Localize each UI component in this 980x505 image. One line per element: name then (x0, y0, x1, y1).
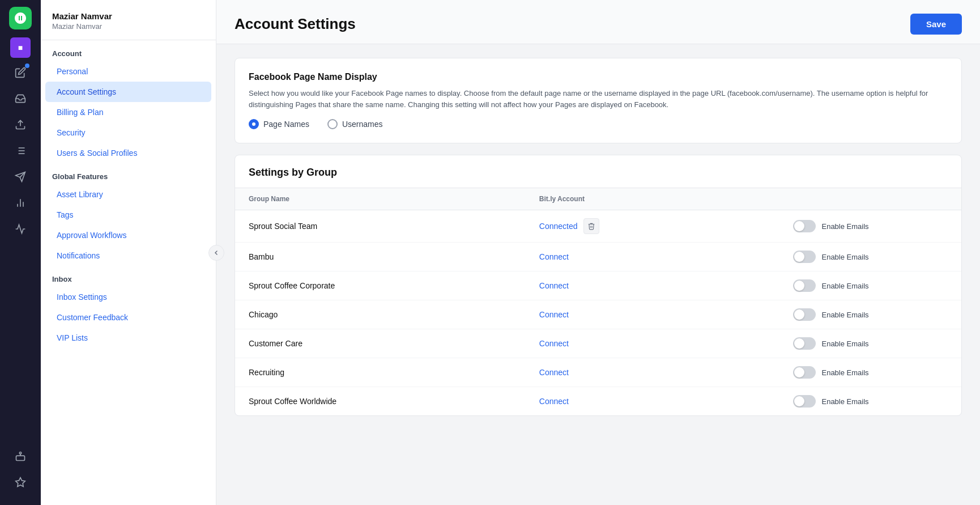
toggle-group: Enable Emails (793, 279, 948, 292)
enable-emails-toggle[interactable] (793, 251, 816, 263)
sidebar-item-asset-library[interactable]: Asset Library (45, 184, 211, 205)
bitly-cell: Connect (526, 300, 780, 329)
sidebar-user: Maziar Namvar Maziar Namvar (41, 0, 216, 40)
enable-emails-label: Enable Emails (821, 397, 868, 406)
radio-option-page-names[interactable]: Page Names (249, 119, 309, 129)
connect-link[interactable]: Connect (539, 397, 569, 406)
sidebar-item-customer-feedback[interactable]: Customer Feedback (45, 307, 211, 328)
sidebar-wrapper: Maziar Namvar Maziar Namvar Account Pers… (41, 0, 216, 505)
page-title: Account Settings (235, 15, 356, 33)
settings-by-group-card: Settings by Group Group Name Bit.ly Acco… (235, 155, 962, 416)
connect-link[interactable]: Connect (539, 252, 569, 261)
facebook-name-card: Facebook Page Name Display Select how yo… (235, 58, 962, 143)
table-row: Sprout Coffee Worldwide Connect Enable E… (235, 387, 961, 416)
nav-icon-favorites[interactable] (9, 471, 32, 494)
nav-icon-compose[interactable] (9, 61, 32, 84)
nav-icon-analytics[interactable] (9, 192, 32, 214)
icon-bar: ■ (0, 0, 41, 505)
save-button[interactable]: Save (910, 14, 962, 35)
toggle-group: Enable Emails (793, 251, 948, 263)
connect-link[interactable]: Connect (539, 368, 569, 377)
sidebar-item-users-social-profiles[interactable]: Users & Social Profiles (45, 143, 211, 163)
enable-emails-label: Enable Emails (821, 253, 868, 261)
bitly-cell: Connect (526, 329, 780, 358)
main-header: Account Settings Save (216, 0, 980, 44)
icon-bar-top: ■ (9, 7, 32, 440)
enable-emails-label: Enable Emails (821, 340, 868, 348)
bitly-cell: Connect (526, 271, 780, 300)
sidebar-item-inbox-settings[interactable]: Inbox Settings (45, 287, 211, 307)
group-name-cell: Bambu (235, 243, 526, 271)
sidebar-item-notifications[interactable]: Notifications (45, 245, 211, 266)
svg-marker-17 (16, 478, 25, 487)
nav-icon-bot[interactable] (9, 445, 32, 468)
icon-bar-bottom (9, 445, 32, 498)
enable-emails-toggle[interactable] (793, 366, 816, 379)
main-area: Account Settings Save Facebook Page Name… (216, 0, 980, 505)
table-row: Sprout Coffee Corporate Connect Enable E… (235, 271, 961, 300)
nav-icon-inbox[interactable] (9, 87, 32, 110)
sidebar-email: Maziar Namvar (52, 22, 204, 31)
enable-emails-toggle[interactable] (793, 395, 816, 408)
enable-emails-toggle[interactable] (793, 308, 816, 321)
sidebar-item-tags[interactable]: Tags (45, 205, 211, 225)
emails-cell: Enable Emails (779, 210, 961, 243)
emails-cell: Enable Emails (779, 243, 961, 271)
emails-cell: Enable Emails (779, 329, 961, 358)
sidebar-item-account-settings[interactable]: Account Settings (45, 82, 211, 102)
enable-emails-toggle[interactable] (793, 337, 816, 350)
group-name-cell: Recruiting (235, 358, 526, 387)
group-name-cell: Chicago (235, 300, 526, 329)
sidebar-item-personal[interactable]: Personal (45, 61, 211, 82)
emails-cell: Enable Emails (779, 300, 961, 329)
connected-link[interactable]: Connected (539, 222, 578, 231)
toggle-group: Enable Emails (793, 308, 948, 321)
enable-emails-label: Enable Emails (821, 282, 868, 290)
sidebar-collapse-button[interactable] (208, 245, 224, 261)
nav-icon-publish[interactable] (9, 113, 32, 136)
svg-rect-12 (16, 456, 25, 460)
toggle-group: Enable Emails (793, 220, 948, 232)
emails-cell: Enable Emails (779, 387, 961, 416)
group-name-cell: Sprout Social Team (235, 210, 526, 243)
table-row: Chicago Connect Enable Emails (235, 300, 961, 329)
group-name-cell: Sprout Coffee Worldwide (235, 387, 526, 416)
sidebar-section-global: Global Features (41, 163, 216, 184)
nav-icon-group[interactable]: ■ (10, 37, 31, 58)
sidebar-item-approval-workflows[interactable]: Approval Workflows (45, 225, 211, 245)
connect-link[interactable]: Connect (539, 281, 569, 290)
radio-circle-usernames (327, 119, 338, 129)
sidebar: Maziar Namvar Maziar Namvar Account Pers… (41, 0, 216, 505)
enable-emails-toggle[interactable] (793, 279, 816, 292)
facebook-section-description: Select how you would like your Facebook … (249, 88, 948, 110)
col-header-bitly-account: Bit.ly Account (526, 188, 780, 210)
toggle-group: Enable Emails (793, 395, 948, 408)
app-logo[interactable] (9, 7, 32, 29)
table-row: Bambu Connect Enable Emails (235, 243, 961, 271)
connect-link[interactable]: Connect (539, 310, 569, 319)
nav-icon-queue[interactable] (9, 139, 32, 162)
sidebar-item-billing-plan[interactable]: Billing & Plan (45, 102, 211, 122)
connect-link[interactable]: Connect (539, 339, 569, 348)
sidebar-section-account: Account (41, 40, 216, 61)
group-table-header-row: Group Name Bit.ly Account (235, 188, 961, 210)
sidebar-section-inbox: Inbox (41, 266, 216, 287)
radio-label-page-names: Page Names (263, 120, 309, 129)
radio-option-usernames[interactable]: Usernames (327, 119, 383, 129)
table-row: Recruiting Connect Enable Emails (235, 358, 961, 387)
nav-icon-messages[interactable] (9, 165, 32, 188)
sidebar-item-security[interactable]: Security (45, 122, 211, 143)
group-table-body: Sprout Social Team Connected (235, 210, 961, 416)
emails-cell: Enable Emails (779, 271, 961, 300)
sidebar-item-vip-lists[interactable]: VIP Lists (45, 328, 211, 348)
nav-icon-reports[interactable] (9, 218, 32, 240)
table-row: Customer Care Connect Enable Emails (235, 329, 961, 358)
settings-by-group-title: Settings by Group (235, 155, 961, 188)
delete-bitly-button[interactable] (583, 218, 599, 234)
sidebar-username: Maziar Namvar (52, 11, 204, 21)
toggle-group: Enable Emails (793, 337, 948, 350)
svg-point-13 (19, 452, 21, 454)
group-name-cell: Customer Care (235, 329, 526, 358)
table-row: Sprout Social Team Connected (235, 210, 961, 243)
enable-emails-toggle[interactable] (793, 220, 816, 232)
